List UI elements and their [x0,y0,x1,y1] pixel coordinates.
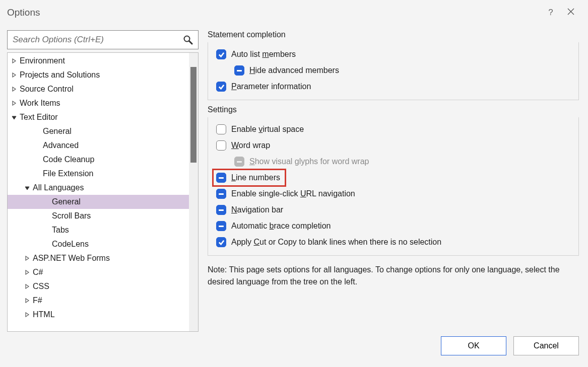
options-tree[interactable]: EnvironmentProjects and SolutionsSource … [8,53,198,331]
search-box[interactable] [7,30,199,49]
tree-item-general[interactable]: General [8,124,198,138]
tree-item-label: All Languages [33,183,84,192]
group-label-statement-completion: Statement completion [208,30,579,39]
chevron-right-icon[interactable] [11,100,18,107]
option-show-glyphs: Show visual glyphs for word wrap [214,154,572,170]
chevron-right-icon[interactable] [24,297,31,304]
tree-scrollbar[interactable] [189,53,198,331]
option-label: Word wrap [231,141,270,150]
group-settings: Enable virtual spaceWord wrapShow visual… [208,117,579,256]
tree-item-label: Source Control [20,85,74,94]
checkbox-unchecked-icon[interactable] [216,140,226,151]
option-virtual-space[interactable]: Enable virtual space [214,121,572,137]
option-label: Parameter information [231,82,311,91]
tree-item-label: Tabs [52,226,69,235]
chevron-right-icon[interactable] [24,283,31,290]
checkbox-indeterminate-icon[interactable] [234,65,244,76]
option-nav-bar[interactable]: Navigation bar [214,202,572,218]
tree-item-label: General [43,127,72,136]
option-label: Enable virtual space [231,125,304,134]
tree-item-label: Environment [20,56,65,65]
chevron-right-icon[interactable] [11,71,18,79]
chevron-right-icon[interactable] [11,86,18,93]
checkbox-indeterminate-icon[interactable] [216,173,226,183]
expander-placeholder [34,156,41,163]
checkbox-indeterminate-icon[interactable] [216,221,226,231]
expander-placeholder [34,142,41,149]
tree-item-label: HTML [33,310,55,319]
close-icon [567,8,575,18]
group-statement-completion: Auto list membersHide advanced membersPa… [208,42,579,100]
checkbox-indeterminate-icon[interactable] [216,189,226,199]
search-input[interactable] [8,35,178,45]
option-auto-list[interactable]: Auto list members [214,46,572,62]
tree-item-html[interactable]: HTML [8,308,198,322]
tree-item-projects-and-solutions[interactable]: Projects and Solutions [8,68,198,82]
chevron-right-icon[interactable] [24,311,31,318]
tree-item-c-[interactable]: C# [8,265,198,279]
tree-item-label: Text Editor [20,113,58,122]
tree-item-text-editor[interactable]: Text Editor [8,110,198,124]
expander-placeholder [43,241,50,248]
tree-item-label: Advanced [43,141,79,150]
tree-item-source-control[interactable]: Source Control [8,82,198,96]
chevron-down-icon[interactable] [24,184,31,191]
option-label: Navigation bar [231,205,283,214]
tree-item-general[interactable]: General [8,195,198,209]
chevron-right-icon[interactable] [24,269,31,276]
expander-placeholder [43,212,50,219]
close-button[interactable] [561,3,581,23]
tree-item-css[interactable]: CSS [8,279,198,293]
checkbox-checked-icon[interactable] [216,82,226,92]
option-label: Auto list members [231,50,296,59]
checkbox-checked-icon[interactable] [216,49,226,59]
tree-item-label: General [52,197,81,206]
tree-item-f-[interactable]: F# [8,293,198,308]
option-label: Line numbers [231,173,280,182]
checkbox-unchecked-icon[interactable] [216,124,226,134]
expander-placeholder [43,227,50,234]
chevron-down-icon[interactable] [11,114,18,121]
tree-item-codelens[interactable]: CodeLens [8,237,198,251]
option-label: Apply Cut or Copy to blank lines when th… [231,238,441,247]
note-text: Note: This page sets options for all lan… [208,261,579,288]
tree-item-label: CodeLens [52,240,89,249]
ok-button[interactable]: OK [441,336,506,355]
tree-item-label: Work Items [20,99,60,108]
help-button[interactable]: ? [541,3,561,23]
option-hide-adv[interactable]: Hide advanced members [214,62,572,79]
checkbox-checked-icon[interactable] [216,237,226,247]
checkbox-indeterminate-icon[interactable] [216,205,226,215]
option-brace[interactable]: Automatic brace completion [214,218,572,234]
tree-item-label: Code Cleanup [43,155,94,164]
tree-item-advanced[interactable]: Advanced [8,138,198,153]
option-param-info[interactable]: Parameter information [214,79,572,95]
option-label: Automatic brace completion [231,222,331,231]
option-url-nav[interactable]: Enable single-click URL navigation [214,186,572,202]
tree-item-scroll-bars[interactable]: Scroll Bars [8,209,198,223]
svg-line-1 [189,41,192,44]
chevron-right-icon[interactable] [11,57,18,64]
tree-item-environment[interactable]: Environment [8,54,198,68]
tree-item-label: File Extension [43,169,94,178]
options-dialog: Options ? EnvironmentProjects and So [0,0,588,367]
option-word-wrap[interactable]: Word wrap [214,137,572,154]
option-blank-copy[interactable]: Apply Cut or Copy to blank lines when th… [214,234,572,250]
chevron-right-icon[interactable] [24,255,31,262]
option-label: Hide advanced members [249,66,339,75]
option-line-numbers[interactable]: Line numbers [213,170,285,186]
tree-item-work-items[interactable]: Work Items [8,96,198,110]
tree-item-label: Scroll Bars [52,211,91,221]
option-label: Show visual glyphs for word wrap [249,157,369,166]
option-label: Enable single-click URL navigation [231,189,355,198]
dialog-footer: OK Cancel [0,332,588,367]
expander-placeholder [34,128,41,135]
tree-item-tabs[interactable]: Tabs [8,223,198,237]
tree-item-code-cleanup[interactable]: Code Cleanup [8,153,198,167]
tree-item-asp-net-web-forms[interactable]: ASP.NET Web Forms [8,251,198,265]
tree-scrollbar-thumb[interactable] [190,67,197,163]
tree-item-all-languages[interactable]: All Languages [8,181,198,195]
checkbox-disabled-icon [234,157,244,167]
tree-item-file-extension[interactable]: File Extension [8,167,198,181]
cancel-button[interactable]: Cancel [513,336,579,355]
